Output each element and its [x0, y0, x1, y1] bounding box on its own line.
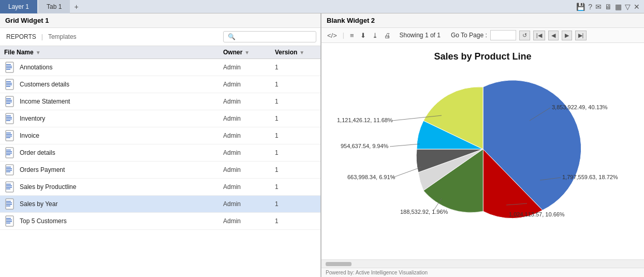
code-icon[interactable]: </>	[326, 31, 339, 40]
col-filename-header: File Name ▼	[4, 49, 223, 56]
top-bar-icons: 💾 ? ✉ 🖥 ▦ ▽ ✕	[576, 3, 644, 11]
table-row[interactable]: AnnotationsAdmin1	[0, 59, 320, 76]
search-box[interactable]	[223, 31, 316, 42]
add-tab-button[interactable]: +	[70, 1, 82, 13]
label-7: 1,121,426.12, 11.68%	[337, 117, 393, 123]
svg-rect-1	[6, 64, 11, 65]
file-icon	[4, 198, 17, 210]
svg-rect-12	[6, 100, 12, 101]
goto-input[interactable]	[490, 30, 516, 40]
row-version: 1	[275, 149, 316, 156]
svg-rect-42	[6, 202, 12, 203]
table-row[interactable]: Top 5 CustomersAdmin1	[0, 213, 320, 230]
row-owner: Admin	[223, 115, 275, 122]
search-input[interactable]	[228, 33, 312, 40]
tab-tab1[interactable]: Tab 1	[38, 0, 70, 13]
table-row[interactable]: Orders PaymentAdmin1	[0, 162, 320, 179]
horizontal-scrollbar[interactable]	[321, 259, 644, 268]
svg-rect-44	[6, 206, 10, 207]
list-icon[interactable]: ≡	[348, 31, 356, 40]
svg-rect-38	[6, 187, 12, 188]
row-owner: Admin	[223, 132, 275, 139]
label-line-5	[392, 167, 421, 178]
row-version: 1	[275, 98, 316, 105]
mail-icon[interactable]: ✉	[595, 3, 602, 11]
left-panel-title: Grid Widget 1	[0, 13, 320, 28]
row-version: 1	[275, 115, 316, 122]
svg-rect-48	[6, 221, 12, 222]
table-row[interactable]: Customers detailsAdmin1	[0, 76, 320, 93]
filename-sort-icon[interactable]: ▼	[36, 50, 41, 55]
svg-rect-47	[6, 220, 12, 221]
row-owner: Admin	[223, 149, 275, 156]
svg-rect-26	[6, 150, 11, 151]
monitor-icon[interactable]: 🖥	[605, 3, 612, 11]
left-toolbar: REPORTS | Templates	[0, 28, 320, 46]
table-row[interactable]: Sales by YearAdmin1	[0, 196, 320, 213]
table-body: AnnotationsAdmin1 Customers detailsAdmin…	[0, 59, 320, 277]
print-icon[interactable]: 🖨	[383, 31, 392, 40]
table-row[interactable]: Order detailsAdmin1	[0, 144, 320, 162]
row-version: 1	[275, 81, 316, 88]
grid-icon[interactable]: ▦	[615, 3, 622, 11]
svg-rect-19	[6, 120, 10, 121]
owner-sort-icon[interactable]: ▼	[244, 50, 250, 55]
row-owner: Admin	[223, 81, 275, 88]
main-layout: Grid Widget 1 REPORTS | Templates File N…	[0, 13, 644, 277]
label-6: 954,637.54, 9.94%	[341, 143, 389, 149]
tab-layer1[interactable]: Layer 1	[0, 0, 37, 13]
row-filename: Invoice	[20, 132, 223, 139]
table-row[interactable]: Income StatementAdmin1	[0, 93, 320, 110]
nav-last-button[interactable]: ▶|	[575, 31, 587, 40]
row-owner: Admin	[223, 217, 275, 225]
col-owner-header: Owner ▼	[223, 49, 275, 56]
chart-title: Sales by Product Line	[321, 51, 644, 62]
nav-next-button[interactable]: ▶	[562, 31, 572, 40]
svg-rect-28	[6, 153, 12, 154]
svg-rect-36	[6, 184, 11, 185]
export-icon[interactable]: ⤓	[371, 31, 379, 40]
download-icon[interactable]: ⬇	[359, 31, 368, 40]
table-row[interactable]: Sales by ProductlineAdmin1	[0, 179, 320, 196]
svg-rect-33	[6, 170, 12, 171]
tab-reports[interactable]: REPORTS	[4, 32, 38, 41]
svg-rect-49	[6, 223, 10, 224]
svg-rect-34	[6, 171, 10, 172]
row-filename: Sales by Productline	[20, 183, 223, 191]
row-filename: Inventory	[20, 115, 223, 122]
svg-rect-8	[6, 84, 12, 85]
nav-first-button[interactable]: |◀	[533, 31, 545, 40]
file-icon	[4, 147, 17, 158]
svg-rect-31	[6, 167, 11, 168]
svg-rect-32	[6, 168, 12, 169]
file-icon	[4, 96, 17, 107]
row-filename: Top 5 Customers	[20, 217, 223, 225]
top-bar: Layer 1 Tab 1 + 💾 ? ✉ 🖥 ▦ ▽ ✕	[0, 0, 644, 13]
svg-rect-43	[6, 204, 12, 205]
filter-icon[interactable]: ▽	[625, 3, 631, 11]
svg-rect-24	[6, 137, 10, 138]
version-sort-icon[interactable]: ▼	[299, 50, 304, 55]
svg-rect-11	[6, 98, 11, 99]
save-icon[interactable]: 💾	[576, 3, 585, 11]
svg-rect-27	[6, 151, 12, 152]
row-owner: Admin	[223, 98, 275, 105]
row-owner: Admin	[223, 183, 275, 191]
tab-tab1-label: Tab 1	[47, 3, 62, 10]
row-version: 1	[275, 166, 316, 173]
tab-templates[interactable]: Templates	[46, 32, 79, 41]
col-version-header: Version ▼	[275, 49, 316, 56]
table-row[interactable]: InventoryAdmin1	[0, 110, 320, 127]
goto-label: Go To Page :	[451, 32, 487, 39]
close-icon[interactable]: ✕	[634, 3, 640, 11]
table-row[interactable]: InvoiceAdmin1	[0, 127, 320, 144]
left-panel: Grid Widget 1 REPORTS | Templates File N…	[0, 13, 321, 277]
nav-refresh-button[interactable]: ↺	[519, 31, 530, 40]
nav-prev-button[interactable]: ◀	[548, 31, 559, 40]
svg-rect-13	[6, 101, 12, 103]
help-icon[interactable]: ?	[588, 3, 592, 11]
row-version: 1	[275, 200, 316, 208]
powered-by: Powered by: Active Intelligence Visualiz…	[321, 268, 644, 277]
file-icon	[4, 130, 17, 141]
row-version: 1	[275, 132, 316, 139]
